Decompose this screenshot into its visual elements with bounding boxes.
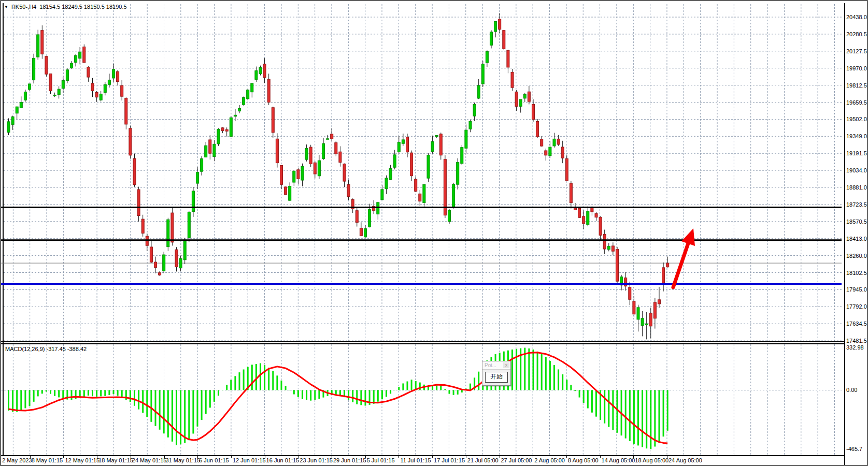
time-axis-label: 27 Jul 05:00 bbox=[501, 457, 532, 463]
time-axis-label: 24 Aug 05:00 bbox=[668, 457, 702, 463]
time-axis-label: 8 May 01:15 bbox=[32, 457, 63, 463]
popup-close-icon[interactable]: x bbox=[503, 362, 509, 368]
time-axis-label: 2 Aug 05:00 bbox=[534, 457, 565, 463]
time-axis-tick bbox=[298, 455, 298, 458]
price-axis-label: 18881.0 bbox=[846, 184, 867, 191]
price-axis-label: 17792.0 bbox=[846, 303, 867, 310]
time-axis-tick bbox=[97, 455, 97, 458]
time-axis-label: 18 May 01:15 bbox=[98, 457, 133, 463]
price-axis-label: 19191.5 bbox=[846, 150, 867, 156]
price-axis-label: 17945.0 bbox=[846, 286, 867, 293]
price-axis-label: 19812.5 bbox=[846, 82, 867, 89]
time-axis-tick bbox=[30, 455, 31, 458]
time-axis-label: 31 May 01:15 bbox=[166, 457, 201, 463]
time-axis-tick bbox=[633, 455, 634, 458]
time-axis-tick bbox=[600, 455, 601, 458]
time-axis-label: 29 Jun 01:15 bbox=[333, 457, 366, 463]
price-axis-label: 17481.5 bbox=[846, 338, 867, 344]
price-axis-label: 19349.0 bbox=[846, 133, 867, 139]
time-axis-tick bbox=[566, 455, 567, 458]
time-axis-tick bbox=[365, 455, 366, 458]
price-axis-label: 19970.0 bbox=[846, 65, 867, 71]
time-axis-tick bbox=[197, 455, 198, 458]
time-axis-label: 23 Jun 01:15 bbox=[300, 457, 333, 463]
time-axis-label: 14 Aug 05:00 bbox=[602, 457, 635, 463]
time-axis-label: 12 May 01:15 bbox=[65, 457, 99, 463]
chart-window: ▼HK50-,H4 18154.5 18249.5 18150.5 18190.… bbox=[0, 0, 868, 466]
time-axis-tick bbox=[164, 455, 165, 458]
time-axis-tick bbox=[231, 455, 232, 458]
time-axis-tick bbox=[432, 455, 433, 458]
price-axis-label: 17634.5 bbox=[846, 321, 867, 327]
time-axis-tick bbox=[131, 455, 131, 458]
time-axis-label: 21 Jul 05:00 bbox=[467, 457, 499, 463]
time-axis-tick bbox=[500, 455, 500, 458]
time-axis-label: 6 Jun 01:15 bbox=[199, 457, 229, 463]
time-axis-label: 8 Aug 05:00 bbox=[568, 457, 599, 463]
main-price-chart[interactable] bbox=[1, 1, 844, 342]
indicator-popup[interactable]: Poi... x 开始 bbox=[482, 361, 511, 386]
popup-title: Poi... bbox=[485, 362, 496, 368]
price-axis[interactable]: 20438.020280.520127.519970.019812.519659… bbox=[844, 1, 868, 455]
price-axis-label: 18413.0 bbox=[846, 236, 867, 242]
price-axis-label: 18260.0 bbox=[846, 253, 867, 259]
time-axis-tick bbox=[533, 455, 533, 458]
time-axis[interactable]: 2 May 20238 May 01:1512 May 01:1518 May … bbox=[1, 455, 868, 465]
price-axis-label: 18723.5 bbox=[846, 201, 867, 208]
macd-signal-line bbox=[9, 353, 668, 443]
ohlc-values: 18154.5 18249.5 18150.5 18190.5 bbox=[39, 4, 126, 10]
price-axis-label: 19659.5 bbox=[846, 99, 867, 106]
trend-arrow[interactable] bbox=[673, 228, 695, 287]
popup-title-bar[interactable]: Poi... x bbox=[482, 361, 510, 370]
grid-vertical bbox=[13, 4, 834, 341]
time-axis-label: 16 Jun 01:15 bbox=[266, 457, 300, 463]
popup-start-button[interactable]: 开始 bbox=[485, 372, 508, 383]
price-axis-label: 18102.5 bbox=[846, 270, 867, 276]
price-axis-label: 19034.0 bbox=[846, 167, 867, 173]
time-axis-label: 17 Jul 01:15 bbox=[434, 457, 465, 463]
time-axis-label: 18 Aug 05:00 bbox=[635, 457, 668, 463]
macd-axis-label: 332.98 bbox=[846, 344, 864, 351]
time-axis-tick bbox=[63, 455, 64, 458]
symbol-timeframe-label: HK50-,H4 bbox=[11, 4, 36, 10]
macd-indicator-label: MACD(12,26,9) -317.45 -388.42 bbox=[5, 346, 87, 352]
macd-indicator-chart[interactable] bbox=[1, 344, 844, 455]
time-axis-tick bbox=[332, 455, 332, 458]
time-axis-label: 12 Jun 01:15 bbox=[233, 457, 266, 463]
grid-horizontal bbox=[4, 17, 842, 341]
time-axis-label: 24 May 01:15 bbox=[132, 457, 167, 463]
time-axis-tick bbox=[265, 455, 265, 458]
time-axis-label: 2 May 2023 bbox=[2, 457, 32, 463]
macd-axis-label: -465.7 bbox=[846, 446, 862, 452]
price-axis-label: 19502.0 bbox=[846, 116, 867, 122]
candles bbox=[7, 13, 669, 340]
price-axis-label: 18570.5 bbox=[846, 219, 867, 225]
price-axis-label: 20127.5 bbox=[846, 48, 867, 54]
time-axis-tick bbox=[466, 455, 466, 458]
time-axis-tick bbox=[667, 455, 667, 458]
price-axis-label: 20280.5 bbox=[846, 31, 867, 37]
time-axis-label: 11 Jul 01:15 bbox=[400, 457, 431, 463]
price-axis-label: 20438.0 bbox=[846, 14, 867, 20]
macd-histogram bbox=[8, 348, 668, 449]
chart-dropdown-icon[interactable]: ▼ bbox=[4, 5, 8, 9]
time-axis-tick bbox=[399, 455, 399, 458]
time-axis-label: 5 Jul 01:15 bbox=[367, 457, 395, 463]
macd-axis-label: 0.00 bbox=[846, 387, 857, 393]
chart-title: ▼HK50-,H4 18154.5 18249.5 18150.5 18190.… bbox=[4, 4, 127, 10]
